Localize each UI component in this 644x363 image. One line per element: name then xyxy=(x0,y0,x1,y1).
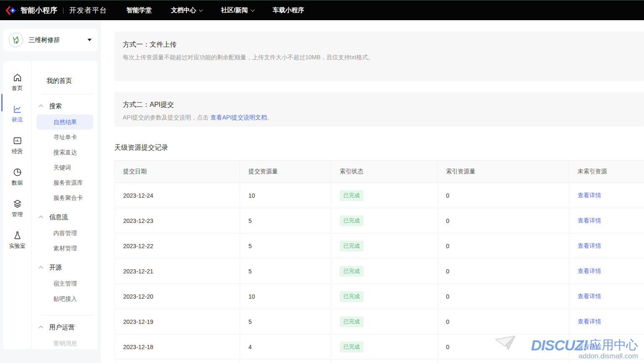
nav-item-community[interactable]: 社区/新闻 xyxy=(221,6,253,14)
rail-item-home[interactable]: 首页 xyxy=(12,73,23,92)
bar-chart-icon xyxy=(13,136,22,146)
table-row: 2023-12-19 5 已完成 0 查看详情 xyxy=(115,309,644,334)
cell-date: 2023-12-18 xyxy=(115,334,240,360)
table-section-title: 天级资源提交记录 xyxy=(114,143,644,152)
submenu-item[interactable]: 贴吧接入 xyxy=(37,291,93,306)
cell-indexed: 0 xyxy=(438,259,569,284)
submenu-divider xyxy=(42,315,93,315)
table-row: 2023-12-21 5 已完成 0 查看详情 xyxy=(115,259,644,284)
submenu-item-my-home[interactable]: 我的首页 xyxy=(37,77,93,85)
cell-action: 查看详情 xyxy=(569,334,644,360)
cell-date: 2023-12-19 xyxy=(115,309,240,334)
view-details-link[interactable]: 查看详情 xyxy=(578,318,601,325)
rail-item-business[interactable]: 经营 xyxy=(12,136,23,155)
submenu-group-header[interactable]: 开源 xyxy=(37,259,93,276)
account-dropdown-caret-icon xyxy=(87,39,92,41)
daily-submission-table: 提交日期 提交资源量 索引状态 索引资源量 未索引资源 2023-12-24 1… xyxy=(114,160,644,363)
chevron-down-icon xyxy=(199,8,203,12)
submenu-item[interactable]: 宿主管理 xyxy=(37,276,93,291)
col-header-indexed: 索引资源量 xyxy=(438,161,569,183)
api-doc-link[interactable]: 查看API提交说明文档 xyxy=(210,114,267,121)
pie-chart-icon xyxy=(13,167,22,177)
cell-status: 已完成 xyxy=(331,208,438,233)
cell-submitted: 5 xyxy=(240,309,331,334)
col-header-status: 索引状态 xyxy=(331,161,438,183)
cell-status: 已完成 xyxy=(331,334,438,360)
cell-action: 查看详情 xyxy=(569,309,644,334)
cell-indexed: 0 xyxy=(438,208,569,233)
submenu-group-header[interactable]: 信息流 xyxy=(37,209,93,225)
cell-status: 已完成 xyxy=(331,284,438,309)
col-header-unindexed: 未索引资源 xyxy=(569,161,644,183)
status-badge: 已完成 xyxy=(340,342,364,352)
table-row xyxy=(115,360,644,363)
line-chart-icon xyxy=(13,104,22,114)
status-badge: 已完成 xyxy=(340,266,364,277)
submenu-item[interactable]: 搜索直达 xyxy=(37,145,93,160)
cell-indexed: 0 xyxy=(438,233,569,259)
cell-date: 2023-12-22 xyxy=(115,233,240,259)
submenu-panel: 我的首页 搜索 自然结果寻址单卡搜索直达关键词服务资源库服务聚合卡 信息流 内容… xyxy=(31,61,98,349)
status-badge: 已完成 xyxy=(340,215,364,226)
table-row: 2023-12-18 4 已完成 0 查看详情 xyxy=(115,334,644,360)
cell-action: 查看详情 xyxy=(569,284,644,309)
brand-divider: | xyxy=(63,7,64,14)
chevron-down-icon xyxy=(251,8,255,12)
cell-status: 已完成 xyxy=(331,183,438,208)
chevron-up-icon xyxy=(39,266,43,270)
status-badge: 已完成 xyxy=(340,190,364,201)
rail-item-traffic[interactable]: 获流 xyxy=(12,104,23,124)
cell-submitted: 10 xyxy=(240,284,331,309)
view-details-link[interactable]: 查看详情 xyxy=(578,343,601,350)
cell-action: 查看详情 xyxy=(569,233,644,259)
submenu-item[interactable]: 关键词 xyxy=(37,160,93,175)
account-switcher[interactable]: 三维树修辞 xyxy=(3,29,98,51)
side-navigation: 首页 获流 经营 xyxy=(3,61,98,349)
cell-action xyxy=(569,360,644,363)
submenu-divider xyxy=(42,94,93,94)
cell-indexed: 0 xyxy=(438,309,569,334)
cell-status xyxy=(331,360,438,363)
submenu-item[interactable]: 服务聚合卡 xyxy=(37,190,93,205)
rail-scrollbar-thumb[interactable] xyxy=(1,94,3,111)
nav-item-docs[interactable]: 文档中心 xyxy=(171,6,202,14)
cell-submitted: 5 xyxy=(240,233,331,259)
status-badge: 已完成 xyxy=(340,241,364,252)
view-details-link[interactable]: 查看详情 xyxy=(578,242,601,249)
view-details-link[interactable]: 查看详情 xyxy=(578,268,601,274)
table-row: 2023-12-23 5 已完成 0 查看详情 xyxy=(115,208,644,233)
col-header-submitted: 提交资源量 xyxy=(240,161,331,183)
nav-item-academy[interactable]: 智能学堂 xyxy=(127,6,152,14)
brand-title: 智能小程序 xyxy=(21,5,58,15)
submenu-item[interactable]: 营销消息 xyxy=(37,336,93,349)
nav-item-vehicle[interactable]: 车载小程序 xyxy=(273,6,304,14)
cell-status: 已完成 xyxy=(331,309,438,334)
cell-submitted: 4 xyxy=(240,334,331,360)
rail-item-data[interactable]: 数据 xyxy=(12,167,23,187)
submenu-item[interactable]: 服务资源库 xyxy=(37,175,93,190)
cell-indexed xyxy=(438,360,569,363)
rail-item-lab[interactable]: 实验室 xyxy=(9,231,26,250)
chevron-up-icon xyxy=(39,104,43,109)
cell-indexed: 0 xyxy=(438,183,569,208)
view-details-link[interactable]: 查看详情 xyxy=(578,217,601,224)
rail-item-manage[interactable]: 管理 xyxy=(12,199,23,218)
cell-action: 查看详情 xyxy=(569,183,644,208)
view-details-link[interactable]: 查看详情 xyxy=(578,192,601,199)
submenu-item[interactable]: 自然结果 xyxy=(37,114,93,130)
method1-box: 方式一：文件上传 每次上传资源量不能超过对应功能的剩余配额量，上传文件大小不超过… xyxy=(114,32,644,81)
cell-status: 已完成 xyxy=(331,233,438,259)
chevron-up-icon xyxy=(39,326,43,330)
submenu-group-header[interactable]: 用户运营 xyxy=(37,319,93,336)
table-row: 2023-12-24 10 已完成 0 查看详情 xyxy=(115,183,644,208)
cell-date: 2023-12-20 xyxy=(115,284,240,309)
submenu-item[interactable]: 寻址单卡 xyxy=(37,130,93,145)
method2-box: 方式二：API提交 API提交的参数及提交说明，点击 查看API提交说明文档。 xyxy=(114,92,644,127)
status-badge: 已完成 xyxy=(340,316,364,327)
cell-date: 2023-12-24 xyxy=(115,183,240,208)
view-details-link[interactable]: 查看详情 xyxy=(578,293,601,299)
submenu-item[interactable]: 素材管理 xyxy=(37,241,93,256)
submenu-group-header[interactable]: 搜索 xyxy=(37,98,93,114)
submenu-item[interactable]: 内容管理 xyxy=(37,225,93,241)
method2-desc: API提交的参数及提交说明，点击 查看API提交说明文档。 xyxy=(123,114,636,122)
